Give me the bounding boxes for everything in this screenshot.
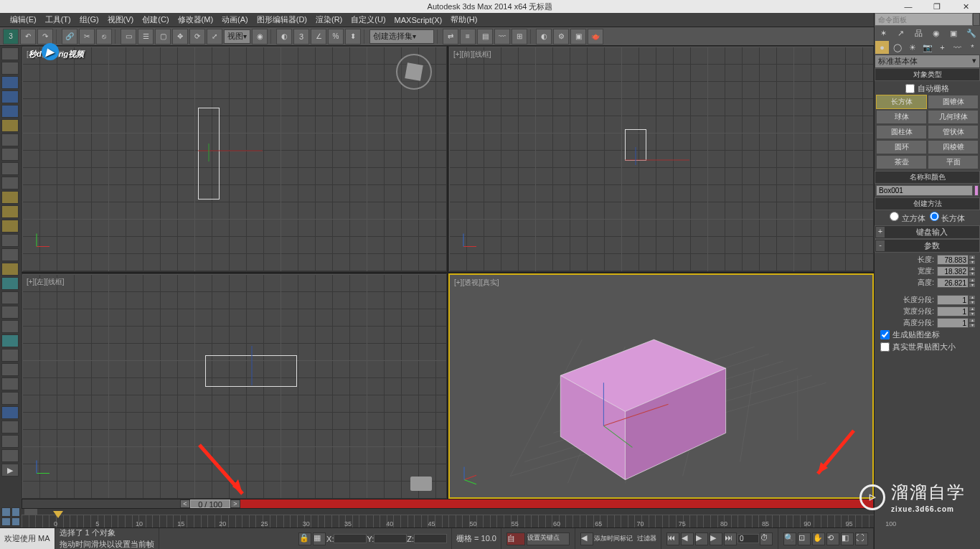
tab-modify[interactable]: ↗: [892, 26, 910, 40]
viewport-top[interactable]: [+][顶][线框]: [22, 46, 447, 272]
tab-create[interactable]: ✶: [875, 26, 892, 40]
ltool-29[interactable]: [1, 449, 19, 462]
menu-animation[interactable]: 动画(A): [217, 14, 253, 25]
nav-fov[interactable]: ◧: [841, 532, 854, 545]
menu-tools[interactable]: 工具(T): [41, 14, 75, 25]
header-name-color[interactable]: 名称和颜色: [875, 171, 980, 184]
curve-editor-button[interactable]: 〰: [494, 29, 510, 44]
object-name-input[interactable]: [876, 185, 973, 196]
header-object-type[interactable]: 对象类型: [875, 68, 980, 81]
ltool-8[interactable]: [1, 148, 19, 161]
scale-button[interactable]: ⤢: [207, 29, 222, 44]
minimize-button[interactable]: —: [894, 2, 923, 11]
width-down[interactable]: ▾: [969, 271, 976, 276]
coord-x[interactable]: [334, 534, 367, 543]
schematic-button[interactable]: ⊞: [512, 29, 527, 44]
menu-modifier[interactable]: 修改器(M): [174, 14, 218, 25]
menu-view[interactable]: 视图(V): [103, 14, 138, 25]
select-name-button[interactable]: ☰: [138, 29, 154, 44]
ltool-27[interactable]: [1, 421, 19, 433]
play-button[interactable]: ▶: [695, 532, 708, 545]
play-start[interactable]: ⏮: [666, 532, 679, 545]
ltool-5[interactable]: [1, 105, 19, 118]
viewport-persp-label[interactable]: [+][透视][真实]: [454, 278, 499, 288]
menu-render[interactable]: 渲染(R): [311, 14, 347, 25]
header-keyboard[interactable]: 键盘输入: [885, 227, 979, 238]
radio-cube[interactable]: 立方体: [890, 212, 925, 224]
move-button[interactable]: ✥: [172, 29, 188, 44]
ltool-2[interactable]: [1, 62, 19, 75]
steering-wheel-left[interactable]: [410, 477, 432, 491]
four-viewport-button[interactable]: [1, 507, 20, 526]
time-slider[interactable]: < 0 / 100 >: [22, 499, 874, 509]
time-ruler[interactable]: 0510152025303540455055606570758085909510…: [22, 515, 874, 527]
ltool-12[interactable]: [1, 205, 19, 218]
tab-display[interactable]: ▣: [945, 26, 963, 40]
btn-box[interactable]: 长方体: [876, 95, 927, 109]
angle-snap-button[interactable]: ∠: [311, 29, 326, 44]
menu-customize[interactable]: 自定义(U): [347, 14, 390, 25]
coord-y[interactable]: [374, 534, 407, 543]
close-button[interactable]: ✕: [951, 2, 980, 11]
ltool-19[interactable]: [1, 306, 19, 319]
ltool-3[interactable]: [1, 76, 19, 89]
btn-geosphere[interactable]: 几何球体: [928, 110, 979, 124]
radio-box[interactable]: 长方体: [930, 212, 965, 224]
menu-maxscript[interactable]: MAXScript(X): [390, 16, 447, 24]
btn-sphere[interactable]: 球体: [876, 110, 927, 124]
btn-plane[interactable]: 平面: [928, 155, 979, 169]
subtab-lights[interactable]: ☀: [905, 40, 920, 55]
ltool-21[interactable]: [1, 334, 19, 347]
select-rect-button[interactable]: ▢: [155, 29, 171, 44]
length-down[interactable]: ▾: [969, 260, 976, 265]
nav-zoom-all[interactable]: ⊡: [798, 532, 811, 545]
viewport-front[interactable]: [+][前][线框]: [448, 46, 874, 272]
ltool-23[interactable]: [1, 363, 19, 376]
ltool-30[interactable]: ▶: [1, 464, 19, 477]
header-creation-method[interactable]: 创建方法: [875, 197, 980, 210]
render-button[interactable]: 🫖: [588, 29, 603, 44]
menu-help[interactable]: 帮助(H): [446, 14, 481, 25]
subtab-cameras[interactable]: 📷: [920, 40, 935, 55]
tab-motion[interactable]: ◉: [928, 26, 946, 40]
nav-orbit[interactable]: ⟲: [826, 532, 839, 545]
btn-pyramid[interactable]: 四棱锥: [928, 140, 979, 154]
play-prev[interactable]: ◀: [681, 532, 694, 545]
btn-tube[interactable]: 管状体: [928, 125, 979, 139]
viewport-left-label[interactable]: [+][左][线框]: [27, 277, 65, 287]
subtab-space[interactable]: 〰: [950, 40, 965, 55]
viewport-perspective[interactable]: [+][透视][真实]: [448, 273, 874, 499]
bind-button[interactable]: ⎋: [96, 29, 112, 44]
wseg-input[interactable]: [937, 306, 969, 316]
spinner-snap-button[interactable]: ⬍: [345, 29, 361, 44]
percent-snap-button[interactable]: %: [328, 29, 344, 44]
frame-input[interactable]: [738, 534, 759, 543]
lseg-input[interactable]: [937, 295, 969, 305]
ltool-4[interactable]: [1, 90, 19, 103]
named-sets-dropdown[interactable]: 创建选择集 ▾: [369, 29, 434, 44]
width-up[interactable]: ▴: [969, 266, 976, 271]
key-filters[interactable]: 过滤器: [637, 534, 656, 543]
subtab-systems[interactable]: *: [965, 40, 980, 55]
add-time-tag[interactable]: 添加时间标记: [594, 534, 633, 543]
subtab-shapes[interactable]: ◯: [890, 40, 905, 55]
render-frame-button[interactable]: ▣: [570, 29, 586, 44]
ltool-11[interactable]: [1, 191, 19, 204]
ref-coord-dropdown[interactable]: 视图 ▾: [224, 29, 250, 44]
ltool-15[interactable]: [1, 248, 19, 261]
tab-hierarchy[interactable]: 品: [910, 26, 928, 40]
menu-edit[interactable]: 编辑(E): [6, 14, 41, 25]
material-editor-button[interactable]: ◐: [536, 29, 552, 44]
app-icon[interactable]: 3: [3, 29, 19, 44]
time-thumb[interactable]: 0 / 100: [190, 499, 230, 508]
width-input[interactable]: [937, 266, 969, 276]
ltool-9[interactable]: [1, 162, 19, 175]
length-input[interactable]: [937, 255, 969, 265]
length-up[interactable]: ▴: [969, 255, 976, 260]
slider-prev[interactable]: <: [180, 499, 190, 508]
search-go[interactable]: [973, 13, 980, 26]
ltool-22[interactable]: [1, 349, 19, 362]
coord-z[interactable]: [414, 534, 447, 543]
menu-create[interactable]: 创建(C): [138, 14, 173, 25]
lock-button[interactable]: 🔒: [298, 532, 311, 545]
